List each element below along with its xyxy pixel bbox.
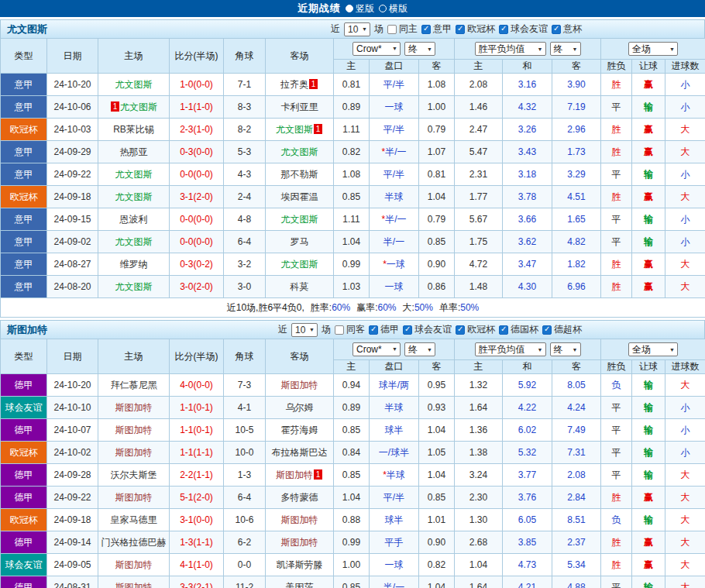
away-team[interactable]: 斯图加特 <box>266 531 334 554</box>
away-team[interactable]: 斯图加特 <box>266 374 334 397</box>
away-team[interactable]: 斯图加特1 <box>266 464 334 487</box>
away-team[interactable]: 卡利亚里 <box>266 96 334 119</box>
home-team[interactable]: 斯图加特 <box>98 487 170 509</box>
team-link[interactable]: 皇家马德里 <box>111 514 157 525</box>
filter-comp-2[interactable]: 球会友谊 <box>499 22 548 36</box>
checkbox-icon[interactable] <box>456 325 465 335</box>
final-avg-select[interactable]: 终▼ <box>550 342 581 356</box>
avg-select[interactable]: 胜平负均值▼ <box>475 342 546 356</box>
team-link[interactable]: 尤文图斯 <box>281 259 318 270</box>
full-match-select[interactable]: 全场▼ <box>628 42 678 56</box>
checkbox-icon[interactable] <box>499 25 508 34</box>
home-team[interactable]: 尤文图斯 <box>98 231 170 253</box>
radio-unselected-icon[interactable] <box>379 5 387 12</box>
home-team[interactable]: 热那亚 <box>98 141 170 163</box>
away-team[interactable]: 罗马 <box>266 231 334 253</box>
filter-same[interactable]: 同主 <box>387 22 418 36</box>
filter-comp-0[interactable]: 德甲 <box>369 323 399 336</box>
home-team[interactable]: RB莱比锡 <box>98 119 170 141</box>
away-team[interactable]: 拉齐奥1 <box>266 74 334 96</box>
team-link[interactable]: 斯图加特 <box>115 582 153 588</box>
checkbox-icon[interactable] <box>552 25 561 34</box>
team-link[interactable]: 门兴格拉德巴赫 <box>101 537 167 548</box>
team-link[interactable]: 沃尔夫斯堡 <box>111 469 157 480</box>
team-link[interactable]: 尤文图斯 <box>120 101 157 112</box>
away-team[interactable]: 美因茨 <box>266 576 334 588</box>
team-link[interactable]: 尤文图斯 <box>115 281 153 292</box>
home-team[interactable]: 尤文图斯 <box>98 163 170 186</box>
filter-comp-4[interactable]: 德超杯 <box>542 323 582 336</box>
filter-comp-3[interactable]: 德国杯 <box>499 323 538 336</box>
home-team[interactable]: 尤文图斯 <box>98 276 170 298</box>
away-team[interactable]: 那不勒斯 <box>266 163 334 186</box>
team-link[interactable]: 乌尔姆 <box>286 402 314 413</box>
team-link[interactable]: 科莫 <box>291 281 309 292</box>
home-team[interactable]: 皇家马德里 <box>98 509 170 531</box>
away-team[interactable]: 尤文图斯 <box>266 208 334 231</box>
team-link[interactable]: 尤文图斯 <box>115 169 153 180</box>
team-link[interactable]: 埃因霍温 <box>281 191 318 202</box>
final-odds-select[interactable]: 终▼ <box>404 42 435 56</box>
home-team[interactable]: 沃尔夫斯堡 <box>98 464 170 487</box>
checkbox-icon[interactable] <box>421 25 431 34</box>
filter-same[interactable]: 同客 <box>335 323 365 336</box>
team-link[interactable]: 斯图加特 <box>115 425 153 435</box>
team-link[interactable]: 拉齐奥 <box>280 79 308 90</box>
team-link[interactable]: 热那亚 <box>120 146 148 157</box>
team-link[interactable]: 尤文图斯 <box>281 214 318 225</box>
team-link[interactable]: 维罗纳 <box>120 259 148 270</box>
team-link[interactable]: 斯图加特 <box>281 537 318 548</box>
team-link[interactable]: 尤文图斯 <box>115 191 153 202</box>
team-link[interactable]: 恩波利 <box>120 214 148 225</box>
recent-count-select[interactable]: 10▼ <box>291 323 318 337</box>
team-link[interactable]: 那不勒斯 <box>281 169 318 180</box>
recent-count-select[interactable]: 10▼ <box>344 22 370 36</box>
team-link[interactable]: 拜仁慕尼黑 <box>111 380 157 390</box>
checkbox-icon[interactable] <box>387 25 397 34</box>
team-link[interactable]: 尤文图斯 <box>281 146 318 157</box>
odds-company-select[interactable]: Crow*▼ <box>352 42 401 56</box>
team-link[interactable]: 斯图加特 <box>115 402 153 413</box>
team-link[interactable]: RB莱比锡 <box>113 124 154 135</box>
team-link[interactable]: 斯图加特 <box>276 469 313 480</box>
filter-comp-3[interactable]: 意杯 <box>552 22 582 36</box>
team-link[interactable]: 罗马 <box>291 236 309 247</box>
home-team[interactable]: 斯图加特 <box>98 576 170 588</box>
home-team[interactable]: 尤文图斯 <box>98 74 170 96</box>
home-team[interactable]: 1尤文图斯 <box>98 96 170 119</box>
team-link[interactable]: 布拉格斯巴达 <box>272 447 328 458</box>
home-team[interactable]: 斯图加特 <box>98 397 170 419</box>
checkbox-icon[interactable] <box>369 325 378 335</box>
team-link[interactable]: 凯泽斯劳滕 <box>277 559 323 570</box>
team-link[interactable]: 斯图加特 <box>115 559 153 570</box>
team-link[interactable]: 尤文图斯 <box>276 124 313 135</box>
away-team[interactable]: 斯图加特 <box>266 509 334 531</box>
checkbox-icon[interactable] <box>456 25 465 34</box>
home-team[interactable]: 恩波利 <box>98 208 170 231</box>
radio-horizontal[interactable]: 横版 <box>379 2 408 15</box>
away-team[interactable]: 霍芬海姆 <box>266 419 334 442</box>
home-team[interactable]: 拜仁慕尼黑 <box>98 374 170 397</box>
radio-vertical[interactable]: 竖版 <box>346 2 374 15</box>
away-team[interactable]: 尤文图斯 <box>266 141 334 163</box>
checkbox-icon[interactable] <box>499 325 508 335</box>
team-link[interactable]: 斯图加特 <box>281 514 318 525</box>
home-team[interactable]: 斯图加特 <box>98 419 170 442</box>
team-link[interactable]: 尤文图斯 <box>115 236 153 247</box>
team-link[interactable]: 多特蒙德 <box>281 492 318 503</box>
checkbox-icon[interactable] <box>335 325 344 335</box>
team-link[interactable]: 美因茨 <box>286 582 314 588</box>
away-team[interactable]: 凯泽斯劳滕 <box>266 554 334 576</box>
away-team[interactable]: 科莫 <box>266 276 334 298</box>
team-link[interactable]: 斯图加特 <box>115 447 153 458</box>
avg-select[interactable]: 胜平负均值▼ <box>475 42 546 56</box>
checkbox-icon[interactable] <box>403 325 412 335</box>
final-avg-select[interactable]: 终▼ <box>550 42 581 56</box>
team-link[interactable]: 斯图加特 <box>115 492 153 503</box>
filter-comp-0[interactable]: 意甲 <box>421 22 452 36</box>
away-team[interactable]: 布拉格斯巴达 <box>266 442 334 464</box>
home-team[interactable]: 维罗纳 <box>98 253 170 276</box>
checkbox-icon[interactable] <box>542 325 552 335</box>
full-match-select[interactable]: 全场▼ <box>628 342 678 356</box>
home-team[interactable]: 尤文图斯 <box>98 186 170 208</box>
